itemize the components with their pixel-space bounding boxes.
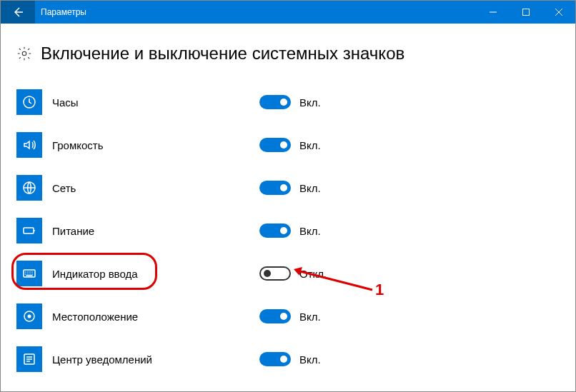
toggle-state-label: Вкл. (299, 139, 321, 151)
setting-label: Сеть (52, 182, 259, 194)
clock-icon (22, 95, 36, 109)
svg-point-7 (28, 315, 31, 318)
setting-row-globe: СетьВкл. (16, 166, 560, 209)
setting-row-keyboard: Индикатор вводаОткл. (16, 252, 560, 295)
maximize-button[interactable] (510, 1, 542, 24)
setting-row-volume: ГромкостьВкл. (16, 124, 560, 166)
setting-label: Питание (52, 225, 259, 237)
toggle-clock[interactable] (259, 95, 291, 109)
setting-label: Часы (52, 96, 259, 109)
globe-icon-box (16, 175, 42, 201)
toggle-globe[interactable] (259, 181, 291, 195)
svg-point-1 (22, 51, 26, 56)
back-button[interactable] (1, 1, 35, 24)
window-controls (477, 1, 575, 24)
setting-label: Громкость (52, 139, 259, 151)
toggle-notify[interactable] (259, 352, 291, 366)
toggle-state-label: Вкл. (299, 96, 321, 109)
setting-row-clock: ЧасыВкл. (16, 81, 560, 124)
titlebar: Параметры (1, 1, 575, 24)
content-area: Включение и выключение системных значков… (1, 24, 575, 381)
gear-icon (16, 46, 32, 61)
notify-icon (22, 352, 36, 366)
toggle-keyboard[interactable] (259, 266, 291, 281)
toggle-state-label: Вкл. (299, 353, 321, 366)
keyboard-icon-box (16, 261, 42, 286)
toggle-state-label: Вкл. (299, 311, 321, 323)
svg-rect-0 (523, 9, 530, 16)
minimize-icon (490, 9, 497, 16)
page-title: Включение и выключение системных значков (41, 44, 404, 64)
close-button[interactable] (542, 1, 575, 24)
setting-label: Индикатор ввода (52, 268, 259, 280)
settings-window: Параметры Включение и выключение системн… (0, 0, 576, 392)
toggle-battery[interactable] (259, 223, 291, 238)
page-heading: Включение и выключение системных значков (16, 44, 560, 64)
close-icon (555, 9, 562, 16)
annotation-number: 1 (375, 281, 384, 299)
titlebar-left: Параметры (1, 1, 86, 24)
window-title: Параметры (41, 7, 86, 17)
toggle-state-label: Вкл. (299, 182, 321, 194)
arrow-left-icon (12, 6, 24, 18)
setting-row-notify: Центр уведомленийВкл. (16, 338, 560, 381)
volume-icon (22, 138, 36, 152)
setting-label: Центр уведомлений (52, 353, 259, 366)
volume-icon-box (16, 132, 42, 158)
toggle-state-label: Откл. (299, 268, 327, 280)
minimize-button[interactable] (477, 1, 510, 24)
battery-icon (22, 223, 36, 238)
location-icon (22, 309, 36, 323)
settings-list: ЧасыВкл.ГромкостьВкл.СетьВкл.ПитаниеВкл.… (16, 81, 560, 381)
battery-icon-box (16, 218, 42, 243)
toggle-state-label: Вкл. (299, 225, 321, 237)
toggle-volume[interactable] (259, 138, 291, 152)
setting-row-location: МестоположениеВкл. (16, 295, 560, 338)
clock-icon-box (16, 89, 42, 115)
maximize-icon (522, 9, 530, 16)
globe-icon (22, 181, 36, 195)
keyboard-icon (22, 266, 36, 281)
setting-label: Местоположение (52, 311, 259, 323)
location-icon-box (16, 303, 42, 329)
svg-rect-4 (24, 228, 34, 233)
notify-icon-box (16, 346, 42, 372)
setting-row-battery: ПитаниеВкл. (16, 209, 560, 252)
toggle-location[interactable] (259, 309, 291, 323)
